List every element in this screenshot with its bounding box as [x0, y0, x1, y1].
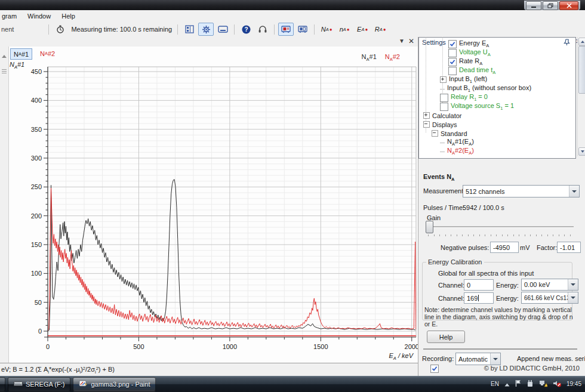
- taskbar-button-gamma3.png[interactable]: gamma3.png - Paint: [73, 377, 156, 391]
- slider-tick: [564, 234, 565, 236]
- x-tick-label: 1500: [313, 343, 328, 350]
- collapse-icon[interactable]: [432, 130, 438, 137]
- pin-icon[interactable]: [564, 39, 570, 46]
- tree-item-label: Rate RA: [459, 57, 482, 66]
- volume-muted-icon[interactable]: [553, 379, 561, 388]
- slider-tick: [434, 234, 435, 236]
- tree-item[interactable]: NA#1(EA): [440, 138, 474, 147]
- append-series-label: Append new meas. series: [517, 355, 585, 362]
- installer-icon[interactable]: [526, 379, 534, 388]
- recording-select[interactable]: Automatic: [455, 353, 501, 365]
- clock[interactable]: 19:45: [566, 381, 581, 387]
- tree-checkbox[interactable]: [440, 94, 448, 102]
- toolbar-left-fragment: nent: [0, 26, 14, 33]
- slider-tick: [559, 234, 559, 236]
- tree-dash: [440, 148, 447, 155]
- new-value-dot-icon: ●: [347, 27, 350, 32]
- tree-checkbox[interactable]: [448, 67, 457, 75]
- quantity-button[interactable]: NA●: [318, 23, 335, 36]
- channel1-input[interactable]: 0: [464, 279, 494, 291]
- layout-icon[interactable]: [181, 23, 197, 36]
- tree-item[interactable]: Rate RA: [448, 57, 482, 66]
- menu-item-gram[interactable]: gram: [0, 11, 22, 21]
- svg-text:?: ?: [244, 26, 248, 33]
- tree-checkbox[interactable]: [440, 103, 448, 111]
- tree-item-label: Input B1 (left): [449, 75, 487, 84]
- channel2-input[interactable]: 169: [464, 292, 494, 304]
- pulses-label: Pulses / Time:: [423, 204, 464, 211]
- menu-item-window[interactable]: Window: [22, 11, 56, 21]
- slider-tick: [541, 234, 542, 236]
- tree-item[interactable]: Standard: [432, 129, 467, 138]
- tree-item[interactable]: Input B1 (left): [440, 75, 487, 84]
- tab-NA#2[interactable]: NA#2: [37, 48, 58, 58]
- quantity-buttons: NA●nA●EA●RA●: [318, 23, 389, 36]
- application-window: gramWindowHelp nent Measuring time: 100.…: [0, 0, 585, 392]
- y-tick-label: 250: [31, 183, 42, 190]
- negative-pulses-label: Negative pulses:: [441, 244, 489, 251]
- gain-slider-track[interactable]: [426, 226, 574, 227]
- tree-item[interactable]: Dead time tA: [448, 66, 495, 75]
- cassy-module2-icon: [298, 26, 307, 33]
- gain-slider-handle[interactable]: [426, 221, 433, 233]
- toolbar-separator: [314, 24, 315, 35]
- taskbar-edge-button[interactable]: [0, 377, 5, 391]
- factor-value: -1.01: [560, 244, 575, 251]
- slider-tick: [428, 234, 429, 236]
- tab-NA#1[interactable]: NA#1: [10, 48, 32, 60]
- network-warning-icon[interactable]: [539, 379, 547, 388]
- energy1-select[interactable]: 0.00 keV: [521, 279, 578, 291]
- tree-item[interactable]: Relay R1 = 0: [440, 93, 488, 102]
- cassy-module2-button[interactable]: [295, 23, 310, 36]
- restore-button[interactable]: [543, 1, 558, 10]
- menu-item-help[interactable]: Help: [56, 11, 81, 21]
- tree-item[interactable]: Displays: [423, 120, 457, 129]
- negative-pulses-input[interactable]: -4950: [490, 242, 519, 253]
- tree-item[interactable]: Voltage UA: [448, 48, 491, 57]
- settings-separator: [423, 348, 577, 350]
- minimize-button[interactable]: [526, 1, 541, 10]
- slider-tick: [457, 234, 457, 236]
- tree-checkbox[interactable]: [448, 58, 457, 66]
- toolbar-separator: [177, 24, 178, 35]
- measurement-select[interactable]: 512 channels: [463, 185, 580, 197]
- tree-item[interactable]: Calculator: [423, 111, 462, 120]
- quantity-button[interactable]: EA●: [354, 23, 371, 36]
- combo-arrow-icon: [569, 186, 579, 197]
- tree-item[interactable]: Voltage source S1 = 1: [440, 102, 514, 111]
- tree-checkbox[interactable]: [448, 49, 457, 57]
- headset-icon[interactable]: [255, 23, 270, 36]
- system-tray: EN 19:45: [491, 376, 581, 392]
- language-indicator[interactable]: EN: [491, 381, 499, 387]
- energy2-select[interactable]: 661.66 keV Cs137: [521, 292, 578, 304]
- collapse-icon[interactable]: [423, 121, 430, 128]
- tree-item[interactable]: Input B1 (without sensor box): [440, 84, 531, 93]
- taskbar-button-serega[interactable]: SEREGA (F:): [8, 377, 70, 391]
- hidden-icons-arrow-icon[interactable]: [504, 381, 510, 388]
- global-calibration-label: Global for all spectra of this input: [438, 270, 534, 277]
- slider-tick: [479, 234, 480, 236]
- action-center-flag-icon[interactable]: [515, 379, 521, 388]
- tree-checkbox[interactable]: [448, 40, 457, 48]
- close-button[interactable]: [559, 1, 578, 10]
- tree-item[interactable]: NA#2(EA): [440, 147, 474, 156]
- negative-pulses-checkbox[interactable]: [430, 365, 439, 373]
- spectrum-chart[interactable]: 0501001502002503003504004500500100015002…: [0, 37, 418, 363]
- help-button[interactable]: Help: [427, 331, 465, 343]
- tree-item-label: Calculator: [432, 112, 462, 119]
- slider-tick: [570, 234, 571, 236]
- quantity-button[interactable]: nA●: [336, 23, 353, 36]
- minimize-icon: [531, 3, 537, 8]
- factor-input[interactable]: -1.01: [557, 242, 581, 253]
- measurement-label: Measurement:: [423, 187, 465, 195]
- quantity-button[interactable]: RA●: [372, 23, 389, 36]
- settings-gear-button[interactable]: [198, 23, 214, 36]
- expand-icon[interactable]: [423, 112, 430, 119]
- display-icon[interactable]: [215, 23, 230, 36]
- expand-icon[interactable]: [440, 76, 447, 83]
- combo-arrow-icon: [490, 353, 500, 365]
- tree-item[interactable]: Energy EA: [448, 39, 489, 48]
- cassy-module-button[interactable]: [278, 23, 294, 36]
- help-icon[interactable]: ?: [238, 23, 254, 36]
- recording-label: Recording:: [422, 355, 454, 362]
